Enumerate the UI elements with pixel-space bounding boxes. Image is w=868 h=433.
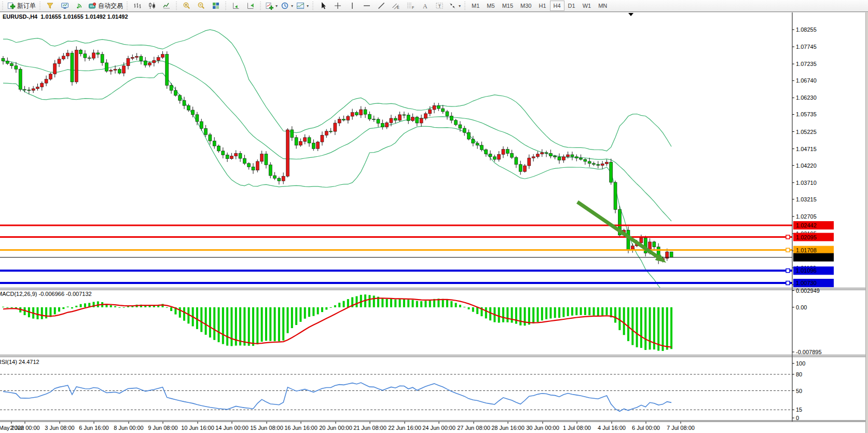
- trendline-icon: [377, 2, 385, 10]
- price-tag-1.02095: 1.02095: [796, 234, 817, 240]
- time-label: 6 Jun 16:00: [79, 425, 109, 431]
- new-order-label: 新订单: [17, 2, 36, 10]
- svg-text:1.04715: 1.04715: [796, 146, 817, 152]
- new-order-icon: [7, 2, 16, 10]
- zoom-in-button[interactable]: [180, 0, 194, 11]
- tile-windows-button[interactable]: [209, 0, 223, 11]
- price-tag-1.01096: 1.01096: [796, 267, 817, 274]
- price-tag-1.01492: 1.01492: [796, 254, 817, 261]
- vertical-line-button[interactable]: [345, 0, 360, 11]
- dropdown-arrow-icon[interactable]: ▾: [459, 4, 461, 8]
- rsi-indicator-label: RSI(14) 24.4712: [0, 359, 39, 365]
- svg-text:0.002949: 0.002949: [796, 288, 820, 294]
- templates-icon: [296, 2, 305, 10]
- svg-text:A: A: [423, 3, 428, 10]
- time-label: 20 Jun 00:00: [319, 425, 352, 431]
- horizontal-lines[interactable]: [0, 225, 792, 283]
- timeframe-m5-button[interactable]: M5: [483, 1, 498, 11]
- equidistant-channel-button[interactable]: E: [389, 0, 403, 11]
- signals-button[interactable]: [72, 0, 87, 11]
- arrows-button[interactable]: ▾: [447, 0, 462, 11]
- crosshair-icon: [334, 2, 342, 10]
- chart-shift-marker-icon: [628, 13, 633, 16]
- fibonacci-button[interactable]: F: [403, 0, 418, 11]
- svg-text:1.07745: 1.07745: [796, 44, 817, 50]
- zoom-in-icon: [183, 2, 191, 10]
- bars-chart-button[interactable]: [130, 0, 145, 11]
- time-axis: May 20222 Jun 00:003 Jun 08:006 Jun 16:0…: [0, 422, 695, 431]
- algo-trading-label: 自动交易: [98, 2, 123, 10]
- time-label: 16 Jun 16:00: [284, 425, 318, 431]
- templates-button[interactable]: ▾: [295, 0, 310, 11]
- chart-shift-button[interactable]: [243, 0, 258, 11]
- periods-icon: [281, 2, 289, 10]
- horizontal-line-button[interactable]: [360, 0, 374, 11]
- text-label-button[interactable]: T: [432, 0, 447, 11]
- line-handle[interactable]: [786, 235, 790, 239]
- svg-text:-0.007895: -0.007895: [796, 349, 822, 355]
- styler-button[interactable]: [43, 0, 58, 11]
- svg-text:1.05225: 1.05225: [796, 129, 817, 135]
- price-tag-1.01708: 1.01708: [796, 247, 817, 253]
- auto-scroll-button[interactable]: [229, 0, 243, 11]
- timeframe-m30-button[interactable]: M30: [517, 1, 535, 11]
- svg-text:1.06230: 1.06230: [796, 94, 817, 101]
- bars-icon: [133, 2, 142, 10]
- timeframe-d1-button[interactable]: D1: [564, 1, 579, 11]
- svg-text:50: 50: [796, 388, 802, 394]
- vertical-line-icon: [348, 2, 356, 10]
- periods-button[interactable]: ▾: [279, 0, 295, 11]
- time-label: 1 Jul 08:00: [563, 425, 591, 431]
- crosshair-button[interactable]: [330, 0, 345, 11]
- toolbar-grip: [311, 2, 315, 10]
- new-order-button[interactable]: 新订单: [6, 0, 37, 11]
- candlestick-chart-button[interactable]: [145, 0, 159, 11]
- time-label: 6 Jul 00:00: [632, 425, 660, 431]
- ohlc-quote-line: EURUSD-,H4 1.01655 1.01655 1.01492 1.014…: [3, 13, 128, 20]
- algo-trading-button[interactable]: 自动交易: [87, 0, 125, 11]
- line-handle[interactable]: [786, 281, 790, 285]
- horizontal-line-icon: [363, 2, 371, 10]
- trendline-button[interactable]: [374, 0, 389, 11]
- chart-canvas[interactable]: 1.082551.077451.072351.067401.062301.057…: [0, 0, 868, 433]
- svg-text:15: 15: [796, 407, 802, 413]
- time-label: 24 Jun 00:00: [422, 425, 456, 431]
- dropdown-arrow-icon[interactable]: ▾: [307, 4, 309, 8]
- auto-scroll-icon: [232, 2, 240, 10]
- text-button[interactable]: A: [418, 0, 432, 11]
- main-toolbar: 新订单自动交易▾▾▾EFAT▾M1M5M15M30H1H4D1W1MN: [0, 0, 868, 12]
- dropdown-arrow-icon[interactable]: ▾: [291, 4, 293, 8]
- panel-separators[interactable]: [0, 288, 868, 422]
- svg-text:F: F: [412, 6, 414, 9]
- rsi-axis: 1008050150: [792, 360, 805, 421]
- line-handle[interactable]: [786, 269, 790, 273]
- timeframe-h4-button[interactable]: H4: [550, 1, 564, 11]
- timeframe-m1-button[interactable]: M1: [468, 1, 483, 11]
- time-label: 7 Jul 08:00: [667, 425, 695, 431]
- macd-indicator-label: MACD(12,26,9) -0.006966 -0.007132: [0, 291, 92, 297]
- line-handle[interactable]: [786, 248, 790, 252]
- profiles-button[interactable]: [58, 0, 72, 11]
- chart-shift-icon: [246, 2, 255, 10]
- mt5-window: 新订单自动交易▾▾▾EFAT▾M1M5M15M30H1H4D1W1MN 1 EU…: [0, 0, 868, 433]
- dropdown-arrow-icon[interactable]: ▾: [275, 4, 278, 8]
- svg-text:80: 80: [796, 371, 802, 377]
- zoom-out-button[interactable]: [194, 0, 209, 11]
- candles-layer: [2, 46, 673, 264]
- indicators-icon: [265, 2, 273, 10]
- time-label: 2 Jun 00:00: [10, 425, 40, 431]
- line-chart-button[interactable]: [159, 0, 174, 11]
- indicators-button[interactable]: ▾: [264, 0, 279, 11]
- timeframe-h1-button[interactable]: H1: [535, 1, 549, 11]
- svg-text:1.03710: 1.03710: [796, 180, 817, 186]
- cursor-button[interactable]: [316, 0, 330, 11]
- svg-text:E: E: [397, 6, 399, 9]
- window-right-edge: [865, 0, 868, 433]
- macd-axis: 0.0029490.00-0.007895: [792, 288, 822, 355]
- time-label: 28 Jun 16:00: [491, 425, 525, 431]
- svg-text:1.03215: 1.03215: [796, 196, 817, 202]
- timeframe-w1-button[interactable]: W1: [579, 1, 595, 11]
- timeframe-mn-button[interactable]: MN: [595, 1, 611, 11]
- timeframe-m15-button[interactable]: M15: [499, 1, 517, 11]
- tile-windows-icon: [212, 2, 220, 10]
